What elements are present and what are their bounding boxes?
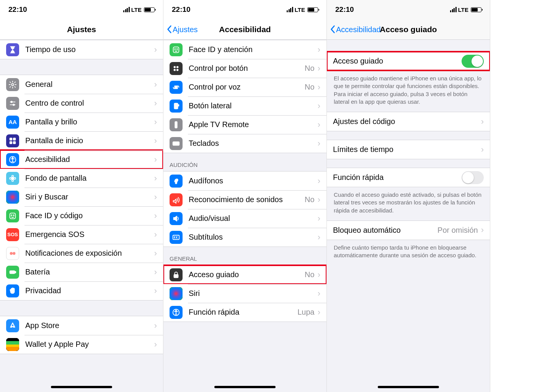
row-acceso-guiado[interactable]: Acceso guiado No› xyxy=(163,265,326,284)
row-bateria[interactable]: Batería › xyxy=(0,263,163,281)
row-pantalla-inicio[interactable]: Pantalla de inicio › xyxy=(0,131,163,150)
chevron-right-icon: › xyxy=(318,139,320,149)
svg-rect-16 xyxy=(10,213,16,219)
row-faceid-codigo[interactable]: Face ID y código › xyxy=(0,206,163,225)
row-label: Acceso guiado xyxy=(189,270,305,279)
svg-point-11 xyxy=(11,177,14,180)
battery-icon xyxy=(307,7,318,12)
row-centro-control[interactable]: Centro de control › xyxy=(0,94,163,113)
row-subtitulos[interactable]: Subtítulos › xyxy=(163,228,326,247)
section-header: GENERAL xyxy=(163,247,326,265)
row-label: Siri y Buscar xyxy=(25,193,154,201)
home-indicator[interactable] xyxy=(378,386,439,388)
chevron-right-icon: › xyxy=(154,248,157,258)
row-audifonos[interactable]: Audífonos › xyxy=(163,172,326,190)
chevron-right-icon: › xyxy=(481,145,484,155)
signal-icon xyxy=(450,7,457,12)
row-limites-tiempo[interactable]: Límites de tiempo › xyxy=(327,140,490,159)
row-notif-expo[interactable]: Notificaciones de exposición › xyxy=(0,244,163,263)
row-label: Batería xyxy=(25,268,154,276)
row-boton-lateral[interactable]: Botón lateral › xyxy=(163,96,326,115)
svg-rect-8 xyxy=(13,141,16,144)
chevron-right-icon: › xyxy=(154,230,157,240)
funcion-rapida-icon xyxy=(170,306,183,319)
accesibilidad-icon xyxy=(6,153,19,166)
row-general[interactable]: General › xyxy=(0,75,163,94)
svg-point-17 xyxy=(11,215,12,216)
chevron-left-icon xyxy=(330,25,335,34)
fondo-pantalla-icon xyxy=(6,172,19,185)
svg-point-14 xyxy=(10,177,11,179)
row-bloqueo-automatico[interactable]: Bloqueo automático Por omisión› xyxy=(327,221,490,240)
chevron-right-icon: › xyxy=(318,270,320,280)
svg-point-19 xyxy=(10,252,13,255)
row-funcion-rapida-toggle: Función rápida xyxy=(327,168,490,187)
row-label: Wallet y Apple Pay xyxy=(25,340,154,349)
funcion-rapida-toggle[interactable] xyxy=(462,171,484,184)
row-emergencia-sos[interactable]: SOS Emergencia SOS › xyxy=(0,225,163,244)
row-label: Fondo de pantalla xyxy=(25,174,154,183)
row-label: Botón lateral xyxy=(189,101,318,110)
svg-rect-31 xyxy=(178,105,179,106)
centro-control-icon xyxy=(6,97,19,110)
row-audio-visual[interactable]: Audio/visual › xyxy=(163,209,326,228)
row-pantalla-brillo[interactable]: AA Pantalla y brillo › xyxy=(0,113,163,131)
row-label: Control por voz xyxy=(189,83,305,91)
home-indicator[interactable] xyxy=(51,386,112,388)
row-reconocimiento-sonidos[interactable]: Reconocimiento de sonidos No› xyxy=(163,190,326,209)
row-app-store[interactable]: App Store › xyxy=(0,316,163,335)
chevron-right-icon: › xyxy=(318,176,320,186)
row-funcion-rapida[interactable]: Función rápida Lupa› xyxy=(163,303,326,322)
status-right: LTE xyxy=(287,7,318,13)
row-tiempo-uso[interactable]: Tiempo de uso › xyxy=(0,40,163,59)
page-title: Acceso guiado xyxy=(380,25,437,34)
row-control-boton[interactable]: Control por botón No› xyxy=(163,59,326,78)
faceid-codigo-icon xyxy=(6,209,19,222)
signal-icon xyxy=(123,7,130,12)
home-indicator[interactable] xyxy=(214,386,276,388)
svg-point-18 xyxy=(13,215,14,216)
row-ajustes-codigo[interactable]: Ajustes del código › xyxy=(327,112,490,131)
back-label: Accesibilidad xyxy=(336,25,381,34)
row-fondo-pantalla[interactable]: Fondo de pantalla › xyxy=(0,169,163,188)
row-wallet[interactable]: Wallet y Apple Pay › xyxy=(0,335,163,354)
nav-bar: Ajustes xyxy=(0,19,163,40)
row-detail: No xyxy=(305,270,315,279)
chevron-right-icon: › xyxy=(318,289,320,299)
row-accesibilidad[interactable]: Accesibilidad › xyxy=(0,150,163,169)
chevron-right-icon: › xyxy=(154,192,157,202)
svg-point-27 xyxy=(177,66,178,68)
row-label: Función rápida xyxy=(333,173,462,182)
chevron-right-icon: › xyxy=(318,214,320,224)
row-teclados[interactable]: Teclados › xyxy=(163,134,326,153)
reconocimiento-sonidos-icon xyxy=(170,193,183,206)
network-label: LTE xyxy=(131,7,142,13)
row-label: Límites de tiempo xyxy=(333,145,481,154)
siri-icon xyxy=(170,287,183,300)
row-acceso-guiado-toggle: Acceso guiado xyxy=(327,52,490,70)
row-detail: No xyxy=(305,195,315,204)
row-siri[interactable]: Siri › xyxy=(163,284,326,303)
row-label: Ajustes del código xyxy=(333,117,481,126)
row-control-voz[interactable]: Control por voz No› xyxy=(163,78,326,96)
control-voz-icon xyxy=(170,81,183,94)
back-button[interactable]: Accesibilidad xyxy=(330,25,381,34)
row-siri-buscar[interactable]: Siri y Buscar › xyxy=(0,188,163,206)
acceso-guiado-toggle[interactable] xyxy=(462,55,484,68)
siri-buscar-icon xyxy=(6,191,19,204)
svg-rect-23 xyxy=(173,47,179,52)
back-button[interactable]: Ajustes xyxy=(166,25,198,34)
row-label: Centro de control xyxy=(25,99,154,108)
row-label: Control por botón xyxy=(189,64,305,73)
svg-rect-22 xyxy=(15,271,16,273)
chevron-right-icon: › xyxy=(318,307,320,317)
status-time: 22:10 xyxy=(172,5,191,14)
svg-rect-21 xyxy=(10,271,15,273)
svg-rect-35 xyxy=(174,274,178,278)
row-apple-tv-remote[interactable]: Apple TV Remote › xyxy=(163,115,326,134)
pantalla-brillo-icon: AA xyxy=(6,116,19,129)
row-faceid-atencion[interactable]: Face ID y atención › xyxy=(163,40,326,59)
row-label: Face ID y atención xyxy=(189,45,318,54)
row-label: Face ID y código xyxy=(25,211,154,220)
row-privacidad[interactable]: Privacidad › xyxy=(0,281,163,300)
